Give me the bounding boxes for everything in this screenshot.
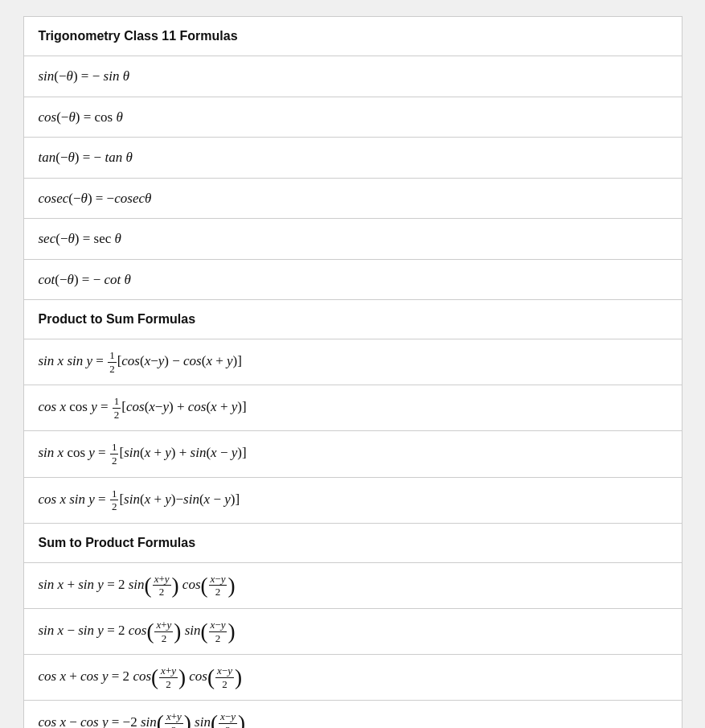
formula-sin-minus-sin: sin x − sin y = 2 cos(x+y2) sin(x−y2)	[24, 608, 682, 654]
table-row: cosec(−θ) = −cosecθ	[24, 178, 682, 219]
formula-cos-neg: cos(−θ) = cos θ	[24, 97, 682, 138]
table-row: cos(−θ) = cos θ	[24, 97, 682, 138]
section-header-trig: Trigonometry Class 11 Formulas	[24, 17, 682, 56]
formula-cosec-neg: cosec(−θ) = −cosecθ	[24, 178, 682, 219]
section-header-product: Product to Sum Formulas	[24, 300, 682, 339]
formula-sin-neg: sin(−θ) = − sin θ	[24, 56, 682, 97]
table-row: tan(−θ) = − tan θ	[24, 138, 682, 179]
table-row: sin x cos y = 12[sin(x + y) + sin(x − y)…	[24, 431, 682, 477]
section-header-sum-label: Sum to Product Formulas	[24, 523, 682, 562]
formula-cot-neg: cot(−θ) = − cot θ	[24, 259, 682, 300]
table-row: sin x − sin y = 2 cos(x+y2) sin(x−y2)	[24, 608, 682, 654]
table-row: cos x + cos y = 2 cos(x+y2) cos(x−y2)	[24, 655, 682, 701]
table-row: sin(−θ) = − sin θ	[24, 56, 682, 97]
table-row: cos x sin y = 12[sin(x + y)−sin(x − y)]	[24, 477, 682, 523]
formula-sin-sin: sin x sin y = 12[cos(x−y) − cos(x + y)]	[24, 339, 682, 385]
table-row: cot(−θ) = − cot θ	[24, 259, 682, 300]
formula-table: Trigonometry Class 11 Formulas sin(−θ) =…	[23, 16, 682, 728]
formula-sin-cos: sin x cos y = 12[sin(x + y) + sin(x − y)…	[24, 431, 682, 477]
table-row: cos x − cos y = −2 sin(x+y2) sin(x−y2)	[24, 701, 682, 728]
formula-cos-sin: cos x sin y = 12[sin(x + y)−sin(x − y)]	[24, 477, 682, 523]
formula-cos-plus-cos: cos x + cos y = 2 cos(x+y2) cos(x−y2)	[24, 655, 682, 701]
formula-sin-plus-sin: sin x + sin y = 2 sin(x+y2) cos(x−y2)	[24, 562, 682, 608]
formula-tan-neg: tan(−θ) = − tan θ	[24, 138, 682, 179]
section-header-product-label: Product to Sum Formulas	[24, 300, 682, 339]
table-row: sec(−θ) = sec θ	[24, 219, 682, 260]
section-header-sum: Sum to Product Formulas	[24, 523, 682, 562]
formula-cos-minus-cos: cos x − cos y = −2 sin(x+y2) sin(x−y2)	[24, 701, 682, 728]
section-header-trig-label: Trigonometry Class 11 Formulas	[24, 17, 682, 56]
table-row: sin x sin y = 12[cos(x−y) − cos(x + y)]	[24, 339, 682, 385]
table-row: cos x cos y = 12[cos(x−y) + cos(x + y)]	[24, 385, 682, 431]
formula-sec-neg: sec(−θ) = sec θ	[24, 219, 682, 260]
formula-cos-cos: cos x cos y = 12[cos(x−y) + cos(x + y)]	[24, 385, 682, 431]
table-row: sin x + sin y = 2 sin(x+y2) cos(x−y2)	[24, 562, 682, 608]
